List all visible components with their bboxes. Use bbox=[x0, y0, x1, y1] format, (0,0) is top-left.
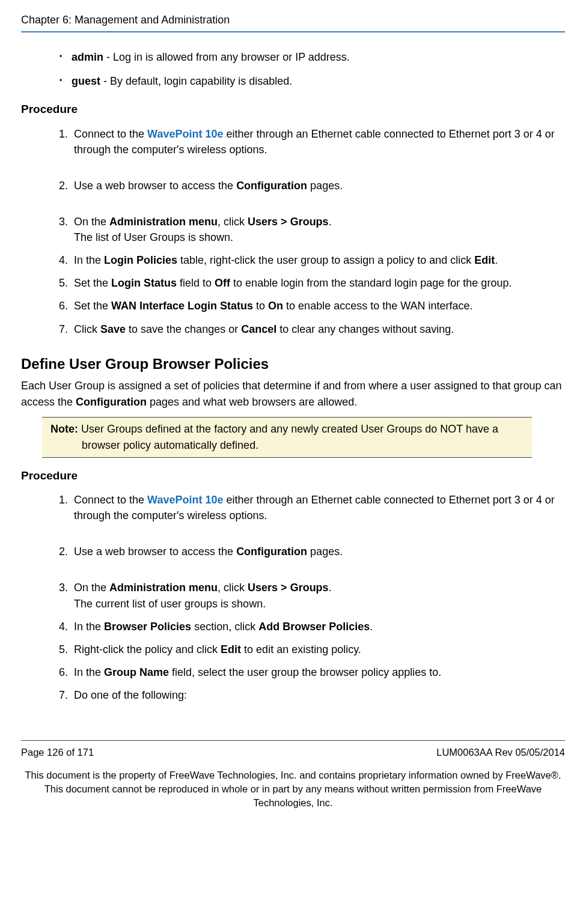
step-text: Set the bbox=[74, 277, 111, 289]
step-bold: Browser Policies bbox=[104, 621, 191, 633]
step-text: Click bbox=[74, 323, 100, 335]
list-item: On the Administration menu, click Users … bbox=[51, 214, 565, 245]
step-text: Use a web browser to access the bbox=[74, 546, 236, 558]
step-text: Do one of the following: bbox=[74, 689, 187, 701]
step-text: Connect to the bbox=[74, 494, 147, 506]
list-item: In the Group Name field, select the user… bbox=[51, 664, 565, 680]
footer-rule bbox=[21, 740, 565, 741]
list-item: Connect to the WavePoint 10e either thro… bbox=[51, 492, 565, 523]
list-item: On the Administration menu, click Users … bbox=[51, 580, 565, 611]
step-text: On the bbox=[74, 582, 109, 594]
procedure-2-list: Connect to the WavePoint 10e either thro… bbox=[51, 492, 565, 703]
step-sub-text: The current list of user groups is shown… bbox=[74, 596, 565, 612]
step-text: to enable access to the WAN interface. bbox=[283, 300, 473, 312]
list-item: Right-click the policy and click Edit to… bbox=[51, 642, 565, 657]
list-item: Do one of the following: bbox=[51, 687, 565, 703]
intro-text: pages and what web browsers are allowed. bbox=[147, 396, 357, 408]
note-text: User Groups defined at the factory and a… bbox=[78, 423, 498, 451]
step-bold: Off bbox=[215, 277, 230, 289]
step-sub-text: The list of User Groups is shown. bbox=[74, 229, 565, 245]
step-bold: Administration menu bbox=[109, 582, 218, 594]
admin-label: admin bbox=[72, 51, 103, 63]
step-text: Set the bbox=[74, 300, 111, 312]
step-text: Right-click the policy and click bbox=[74, 643, 221, 655]
step-bold: Administration menu bbox=[109, 216, 218, 228]
step-bold: Users > Groups bbox=[248, 216, 329, 228]
note-label: Note: bbox=[50, 423, 78, 435]
step-bold: Login Status bbox=[111, 277, 177, 289]
section-intro: Each User Group is assigned a set of pol… bbox=[21, 378, 565, 409]
document-rev: LUM0063AA Rev 05/05/2014 bbox=[436, 746, 565, 760]
list-item: Set the WAN Interface Login Status to On… bbox=[51, 298, 565, 314]
step-text: to clear any changes without saving. bbox=[276, 323, 454, 335]
wavepoint-link[interactable]: WavePoint 10e bbox=[147, 128, 223, 140]
list-item: admin - Log in is allowed from any brows… bbox=[57, 49, 565, 65]
step-text: to edit an existing policy. bbox=[241, 643, 361, 655]
step-bold: Configuration bbox=[236, 546, 307, 558]
footer-legal: This document is the property of FreeWav… bbox=[21, 768, 565, 810]
step-bold: On bbox=[268, 300, 283, 312]
step-text: . bbox=[329, 216, 332, 228]
list-item: Connect to the WavePoint 10e either thro… bbox=[51, 126, 565, 157]
step-bold: Save bbox=[100, 323, 126, 335]
step-text: to bbox=[253, 300, 268, 312]
section-title: Define User Group Browser Policies bbox=[21, 354, 565, 375]
step-text: In the bbox=[74, 254, 104, 266]
guest-text: - By default, login capability is disabl… bbox=[100, 75, 292, 87]
intro-bold: Configuration bbox=[76, 396, 147, 408]
step-text: field, select the user group the browser… bbox=[169, 666, 441, 678]
step-text: . bbox=[370, 621, 373, 633]
list-item: Click Save to save the changes or Cancel… bbox=[51, 321, 565, 337]
step-bold: Users > Groups bbox=[248, 582, 329, 594]
step-bold: Login Policies bbox=[104, 254, 177, 266]
header-rule bbox=[21, 31, 565, 32]
step-bold: WAN Interface Login Status bbox=[111, 300, 253, 312]
procedure-heading-2: Procedure bbox=[21, 467, 565, 484]
chapter-header: Chapter 6: Management and Administration bbox=[21, 12, 565, 28]
step-text: pages. bbox=[307, 180, 343, 192]
step-text: to save the changes or bbox=[126, 323, 241, 335]
step-text: field to bbox=[177, 277, 215, 289]
wavepoint-link[interactable]: WavePoint 10e bbox=[147, 494, 223, 506]
step-text: table, right-click the user group to ass… bbox=[177, 254, 474, 266]
list-item: Use a web browser to access the Configur… bbox=[51, 178, 565, 193]
step-text: Connect to the bbox=[74, 128, 147, 140]
step-bold: Group Name bbox=[104, 666, 169, 678]
admin-text: - Log in is allowed from any browser or … bbox=[103, 51, 350, 63]
step-text: In the bbox=[74, 666, 104, 678]
intro-bullet-list: admin - Log in is allowed from any brows… bbox=[57, 49, 565, 89]
step-text: , click bbox=[218, 216, 248, 228]
page-number: Page 126 of 171 bbox=[21, 746, 94, 760]
step-bold: Configuration bbox=[236, 180, 307, 192]
list-item: Use a web browser to access the Configur… bbox=[51, 544, 565, 559]
step-text: In the bbox=[74, 621, 104, 633]
list-item: In the Browser Policies section, click A… bbox=[51, 619, 565, 634]
procedure-1-list: Connect to the WavePoint 10e either thro… bbox=[51, 126, 565, 337]
step-text: . bbox=[329, 582, 332, 594]
note-bottom-rule bbox=[42, 457, 532, 458]
list-item: In the Login Policies table, right-click… bbox=[51, 252, 565, 268]
procedure-heading: Procedure bbox=[21, 101, 565, 118]
footer-line: Page 126 of 171 LUM0063AA Rev 05/05/2014 bbox=[21, 746, 565, 760]
step-text: pages. bbox=[307, 546, 343, 558]
step-text: section, click bbox=[191, 621, 258, 633]
step-bold: Edit bbox=[221, 643, 241, 655]
step-text: Use a web browser to access the bbox=[74, 180, 236, 192]
note-box: Note: User Groups defined at the factory… bbox=[42, 417, 532, 458]
step-bold: Add Browser Policies bbox=[258, 621, 370, 633]
step-bold: Edit bbox=[474, 254, 495, 266]
list-item: guest - By default, login capability is … bbox=[57, 73, 565, 89]
step-text: , click bbox=[218, 582, 248, 594]
step-text: . bbox=[495, 254, 498, 266]
list-item: Set the Login Status field to Off to ena… bbox=[51, 275, 565, 291]
step-text: to enable login from the standard login … bbox=[230, 277, 511, 289]
guest-label: guest bbox=[72, 75, 100, 87]
step-bold: Cancel bbox=[241, 323, 276, 335]
step-text: On the bbox=[74, 216, 109, 228]
